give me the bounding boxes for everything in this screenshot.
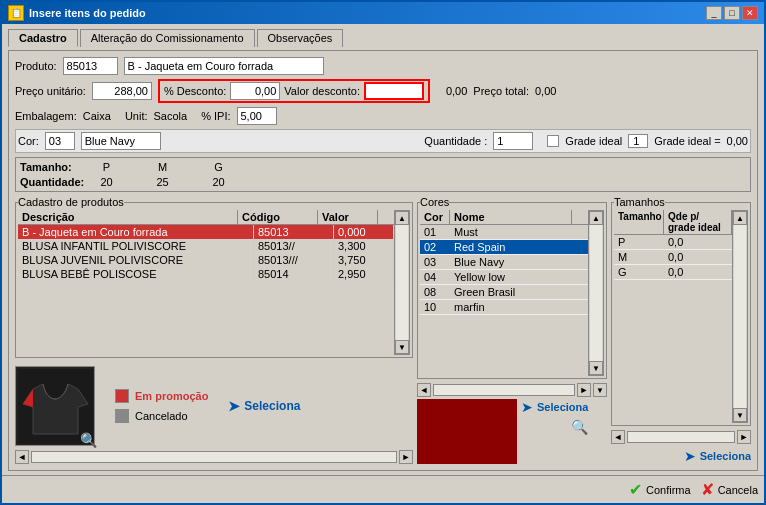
cancelado-label: Cancelado [135,410,188,422]
cor-input[interactable] [45,132,75,150]
tamanhos-scroll-up[interactable]: ▲ [733,211,747,225]
scroll-up-btn[interactable]: ▲ [395,211,409,225]
cor-08: 08 [420,285,450,300]
zoom-cores-icon[interactable]: 🔍 [571,419,588,435]
confirma-button[interactable]: ✔ Confirma [629,480,691,499]
cores-fieldset: Cores Cor Nome 01 Must [417,196,607,379]
grade-checkbox[interactable] [547,135,559,147]
grade-ideal-eq-label: Grade ideal = [654,135,720,147]
preco-input[interactable] [92,82,152,100]
minimize-button[interactable]: _ [706,6,722,20]
tab-comissionamento[interactable]: Alteração do Comissionamento [80,29,255,47]
nome-green: Green Brasil [450,285,588,300]
maximize-button[interactable]: □ [724,6,740,20]
tamanho-header: Tamanho: [18,160,78,174]
tamanhos-row-p[interactable]: P 0,0 [614,235,732,250]
cores-hscroll-left[interactable]: ◄ [417,383,431,397]
grade-ideal-label: Grade ideal [565,135,622,147]
qde-m-cell: 0,0 [664,250,732,265]
cor-03: 03 [420,255,450,270]
unit-value: Sacola [154,110,188,122]
tamanhos-vscrollbar[interactable]: ▲ ▼ [732,210,748,423]
qde-g-cell: 0,0 [664,265,732,280]
qty-9 [527,175,582,189]
cor-04: 04 [420,270,450,285]
valor-desc-input[interactable] [364,82,424,100]
tab-cadastro[interactable]: Cadastro [8,29,78,47]
cores-legend: Cores [420,196,449,208]
cores-vscroll-bottom[interactable]: ▼ [593,383,607,397]
cores-row[interactable]: 03 Blue Navy [420,255,588,270]
tamanho-10 [583,160,638,174]
cores-bottom: ◄ ► ▼ ➤ Seleciona [417,383,607,464]
cancelado-legend: Cancelado [115,409,208,423]
tab-content-cadastro: Produto: Preço unitário: % Desconto: Val… [8,50,758,471]
cadastro-table-wrapper: Descrição Código Valor B - Jaqueta em Co… [18,210,410,355]
cores-row[interactable]: 01 Must [420,225,588,240]
seleciona-cores-label[interactable]: Seleciona [537,401,588,413]
desconto-input[interactable] [230,82,280,100]
row3-desc: BLUSA BEBÊ POLISCOSE [18,267,254,281]
zoom-jacket-icon[interactable]: 🔍 [80,432,97,448]
main-window: 📋 Insere itens do pedido _ □ ✕ Cadastro … [0,0,766,505]
tamanhos-row-g[interactable]: G 0,0 [614,265,732,280]
cores-table-header: Cor Nome [420,210,588,225]
static-zero: 0,00 [446,85,467,97]
cores-hscroll-right[interactable]: ► [577,383,591,397]
produto-input[interactable] [63,57,118,75]
table-row[interactable]: BLUSA BEBÊ POLISCOSE 85014 2,950 [18,267,394,281]
cancela-label: Cancela [718,484,758,496]
hscroll-left-btn[interactable]: ◄ [15,450,29,464]
scroll-down-btn[interactable]: ▼ [395,340,409,354]
tamanhos-fieldset: Tamanhos Tamanho Qde p/ grade ideal P [611,196,751,426]
cancela-button[interactable]: ✘ Cancela [701,480,758,499]
tamanhos-row-m[interactable]: M 0,0 [614,250,732,265]
cores-scroll-up[interactable]: ▲ [589,211,603,225]
grade-qty: 1 [628,134,648,148]
seleciona-tamanhos-label[interactable]: Seleciona [700,450,751,462]
tamanhos-hscroll-right[interactable]: ► [737,430,751,444]
produto-desc-input[interactable] [124,57,324,75]
tamanhos-scroll-down[interactable]: ▼ [733,408,747,422]
cores-row[interactable]: 08 Green Brasil [420,285,588,300]
table-row[interactable]: B - Jaqueta em Couro forrada 85013 0,000 [18,225,394,239]
cores-row[interactable]: 04 Yellow low [420,270,588,285]
tab-observacoes[interactable]: Observações [257,29,344,47]
color-preview-row: ➤ Seleciona 🔍 [417,399,607,464]
embalagem-value: Caixa [83,110,111,122]
cor-01: 01 [420,225,450,240]
bottom-left: 🔍 Em promoção Cancelado [15,362,413,450]
quantidade-input[interactable] [493,132,533,150]
preco-total-value: 0,00 [535,85,556,97]
close-button[interactable]: ✕ [742,6,758,20]
row1-desc: BLUSA INFANTIL POLIVISCORE [18,239,254,253]
ipi-input[interactable] [237,107,277,125]
table-row[interactable]: BLUSA INFANTIL POLIVISCORE 85013// 3,300 [18,239,394,253]
qty-5 [303,175,358,189]
cadastro-vscrollbar[interactable]: ▲ ▼ [394,210,410,355]
cores-row-selected[interactable]: 02 Red Spain [420,240,588,255]
tamanhos-hscroll-left[interactable]: ◄ [611,430,625,444]
cadastro-fieldset: Cadastro de produtos Descrição Código Va… [15,196,413,358]
cor-nome-input[interactable] [81,132,161,150]
table-row[interactable]: BLUSA JUVENIL POLIVISCORE 85013/// 3,750 [18,253,394,267]
tamanhos-table: Tamanho Qde p/ grade ideal P 0,0 [614,210,732,423]
tamanhos-header: Tamanho Qde p/ grade ideal [614,210,732,235]
preco-row: Preço unitário: % Desconto: Valor descon… [15,79,751,103]
promocao-box [115,389,129,403]
cores-scroll-down[interactable]: ▼ [589,361,603,375]
window-content: Cadastro Alteração do Comissionamento Ob… [2,24,764,475]
main-area: Cadastro de produtos Descrição Código Va… [15,196,751,464]
produto-row: Produto: [15,57,751,75]
cores-vscrollbar[interactable]: ▲ ▼ [588,210,604,376]
scroll-track [396,225,408,340]
cores-row[interactable]: 10 marfin [420,300,588,315]
produto-label: Produto: [15,60,57,72]
seleciona-button[interactable]: ➤ Seleciona [228,398,300,414]
tamanho-col-header: Tamanho [614,210,664,234]
quantidade-header: Quantidade: [18,175,78,189]
desconto-box: % Desconto: Valor desconto: [158,79,430,103]
bottom-bar: ✔ Confirma ✘ Cancela [2,475,764,503]
cores-controls: ➤ Seleciona 🔍 [521,399,588,435]
hscroll-right-btn[interactable]: ► [399,450,413,464]
